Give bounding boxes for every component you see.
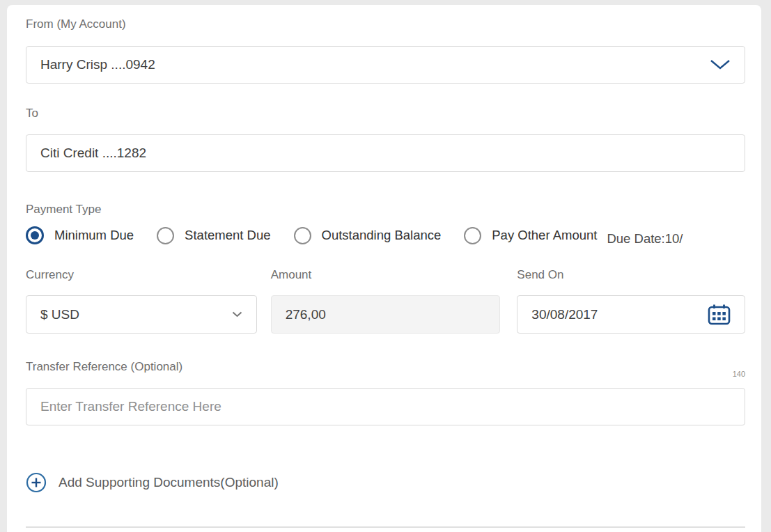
amount-field: 276,00 (271, 295, 501, 334)
section-divider (26, 526, 745, 528)
currency-select[interactable]: $ USD (26, 295, 257, 334)
chevron-down-icon (710, 59, 731, 70)
send-on-label: Send On (517, 267, 745, 283)
currency-value: $ USD (40, 307, 79, 322)
radio-outstanding-balance[interactable]: Outstanding Balance (294, 227, 442, 244)
radio-unselected-icon (294, 227, 311, 244)
char-counter: 140 (733, 370, 745, 378)
from-account-value: Harry Crisp ....0942 (40, 57, 155, 72)
calendar-icon[interactable] (708, 304, 731, 325)
add-supporting-documents-button[interactable]: Add Supporting Documents(Optional) (26, 472, 745, 493)
amount-value: 276,00 (286, 307, 326, 322)
transfer-form-card: From (My Account) Harry Crisp ....0942 T… (7, 5, 761, 532)
chevron-down-icon (232, 311, 242, 318)
plus-circle-icon (26, 472, 47, 493)
send-on-value: 30/08/2017 (531, 307, 598, 322)
radio-pay-other-amount[interactable]: Pay Other Amount (464, 227, 597, 244)
send-on-field[interactable]: 30/08/2017 (517, 295, 745, 334)
transfer-reference-input[interactable] (26, 388, 745, 425)
amount-label: Amount (271, 267, 501, 283)
payment-type-radio-group: Minimum Due Statement Due Outstanding Ba… (26, 226, 745, 244)
radio-unselected-icon (157, 227, 174, 244)
due-date-text: Due Date:10/ (607, 231, 683, 247)
to-account-field[interactable]: Citi Credit ....1282 (26, 134, 745, 172)
radio-statement-due[interactable]: Statement Due (157, 227, 270, 244)
to-account-value: Citi Credit ....1282 (40, 146, 146, 161)
from-account-dropdown[interactable]: Harry Crisp ....0942 (26, 46, 745, 84)
radio-minimum-due[interactable]: Minimum Due (26, 226, 134, 244)
from-account-label: From (My Account) (26, 5, 745, 32)
payment-type-label: Payment Type (26, 202, 745, 217)
to-account-label: To (26, 106, 745, 121)
radio-selected-icon (26, 226, 44, 244)
currency-label: Currency (26, 267, 257, 283)
add-supporting-documents-label: Add Supporting Documents(Optional) (59, 475, 279, 490)
radio-unselected-icon (464, 227, 481, 244)
transfer-reference-label: Transfer Reference (Optional) (26, 359, 745, 375)
